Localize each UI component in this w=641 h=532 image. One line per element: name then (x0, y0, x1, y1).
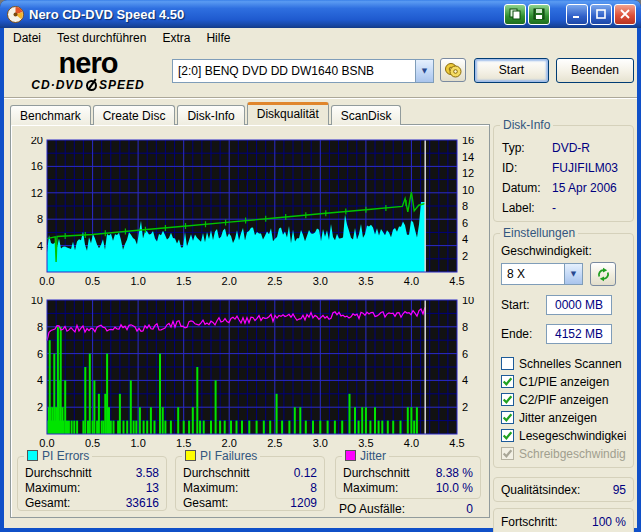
disk-info-row: Datum:15 Apr 2006 (502, 178, 625, 198)
refresh-button[interactable] (590, 262, 616, 286)
pi-errors-row: Gesamt:33616 (25, 496, 159, 510)
tab-scandisk[interactable]: ScanDisk (331, 105, 402, 125)
window-title: Nero CD-DVD Speed 4.50 (29, 7, 502, 22)
pi-errors-swatch (27, 450, 38, 461)
disk-info-title: Disk-Info (500, 118, 553, 132)
maximize-button[interactable] (590, 4, 612, 25)
right-panel: Disk-Info Typ:DVD-RID:FUJIFILM03Datum:15… (493, 125, 634, 532)
svg-text:3.5: 3.5 (358, 275, 373, 287)
svg-text:3.0: 3.0 (313, 437, 328, 449)
check-icon (502, 394, 513, 405)
tab-strip: BenchmarkCreate DiscDisk-InfoDiskqualitä… (10, 102, 403, 124)
svg-text:2: 2 (462, 401, 468, 413)
svg-text:8: 8 (462, 200, 468, 212)
check-icon (502, 448, 513, 459)
checkbox-label: Lesegeschwindigkeit a (519, 429, 626, 443)
svg-text:1.5: 1.5 (176, 437, 191, 449)
disk-info-label: Label: (502, 201, 552, 215)
pi-failures-title: PI Failures (200, 449, 257, 463)
checkbox-box[interactable] (501, 411, 514, 424)
menu-item-test-durchf-hren[interactable]: Test durchführen (57, 31, 146, 45)
svg-text:8: 8 (37, 213, 43, 225)
check-icon (502, 430, 513, 441)
svg-text:10: 10 (462, 184, 474, 196)
disc-options-button[interactable] (440, 58, 466, 82)
po-failures-value: 0 (466, 502, 473, 516)
checkbox-label: Schnelles Scannen (519, 357, 622, 371)
menu-item-datei[interactable]: Datei (13, 31, 41, 45)
maximize-icon (596, 9, 606, 19)
jitter-value: 8.38 % (436, 466, 473, 480)
pi-failures-label: Gesamt: (183, 496, 228, 510)
jitter-label: Durchschnitt (343, 466, 410, 480)
menu-item-extra[interactable]: Extra (162, 31, 190, 45)
chevron-down-icon[interactable]: ▼ (415, 60, 433, 82)
chevron-down-icon[interactable]: ▼ (564, 264, 582, 284)
svg-text:4.0: 4.0 (404, 437, 419, 449)
checkbox-box[interactable] (501, 393, 514, 406)
minimize-icon (572, 10, 582, 19)
svg-text:0.0: 0.0 (39, 275, 54, 287)
progress-label: Fortschritt: (501, 515, 558, 529)
pi-errors-title: PI Errors (42, 449, 89, 463)
svg-text:4: 4 (462, 233, 468, 245)
svg-text:1.0: 1.0 (130, 437, 145, 449)
svg-text:2.5: 2.5 (267, 437, 282, 449)
pi-failures-value: 0.12 (294, 466, 317, 480)
logo-sub-right: SPEED (99, 79, 145, 91)
save-icon (533, 8, 545, 20)
pi-failures-row: Maximum:8 (183, 481, 317, 495)
copy-button[interactable] (504, 4, 526, 25)
svg-text:3.5: 3.5 (358, 437, 373, 449)
svg-text:20: 20 (31, 137, 43, 146)
tab-diskqualit-t[interactable]: Diskqualität (247, 102, 329, 125)
settings-panel: Einstellungen Geschwindigkeit: 8 X ▼ (493, 233, 634, 468)
disk-info-panel: Disk-Info Typ:DVD-RID:FUJIFILM03Datum:15… (493, 125, 634, 222)
end-mb-label: Ende: (501, 327, 546, 341)
quality-index-value: 95 (613, 483, 626, 497)
end-mb-input[interactable]: 4152 MB (546, 324, 612, 344)
svg-text:0.5: 0.5 (85, 437, 100, 449)
window-body: DateiTest durchführenExtraHilfe nero CD·… (4, 28, 637, 528)
disk-info-value: - (552, 201, 556, 215)
checkbox-box[interactable] (501, 429, 514, 442)
checkbox-lesegeschwindigkeit-a[interactable]: Lesegeschwindigkeit a (501, 428, 626, 443)
save-button[interactable] (528, 4, 550, 25)
svg-text:2.0: 2.0 (222, 437, 237, 449)
pi-errors-value: 33616 (126, 496, 159, 510)
speed-select[interactable]: 8 X ▼ (501, 263, 583, 285)
jitter-row: Maximum:10.0 % (343, 481, 473, 495)
jitter-swatch (345, 450, 356, 461)
menu-item-hilfe[interactable]: Hilfe (206, 31, 230, 45)
checkbox-c1-pie-anzeigen[interactable]: C1/PIE anzeigen (501, 374, 626, 389)
checkbox-box[interactable] (501, 375, 514, 388)
disk-info-label: Datum: (502, 181, 552, 195)
svg-text:2.5: 2.5 (267, 275, 282, 287)
checkbox-schnelles-scannen[interactable]: Schnelles Scannen (501, 356, 626, 371)
checkbox-jitter-anzeigen[interactable]: Jitter anzeigen (501, 410, 626, 425)
tab-disk-info[interactable]: Disk-Info (177, 105, 244, 125)
drive-select[interactable]: [2:0] BENQ DVD DD DW1640 BSNB ▼ (172, 59, 434, 83)
pi-errors-label: Durchschnitt (25, 466, 92, 480)
svg-text:14: 14 (462, 151, 474, 163)
checkbox-c2-pif-anzeigen[interactable]: C2/PIF anzeigen (501, 392, 626, 407)
progress-row: Fortschritt:100 % (501, 514, 626, 530)
disk-info-value: 15 Apr 2006 (552, 181, 617, 195)
close-icon (620, 9, 630, 19)
quit-button[interactable]: Beenden (556, 58, 634, 83)
quality-index-panel: Qualitätsindex: 95 (493, 477, 634, 502)
svg-text:4: 4 (37, 240, 43, 252)
checkbox-box[interactable] (501, 357, 514, 370)
svg-text:2: 2 (462, 250, 468, 262)
disk-info-label: ID: (502, 161, 552, 175)
speed-select-value: 8 X (502, 267, 564, 281)
start-button[interactable]: Start (474, 58, 549, 83)
tab-create-disc[interactable]: Create Disc (93, 105, 176, 125)
progress-panel: Fortschritt:100 %Position:4151 MBGeschwi… (493, 508, 634, 532)
jitter-row: Durchschnitt8.38 % (343, 466, 473, 480)
start-mb-input[interactable]: 0000 MB (546, 295, 612, 315)
tab-benchmark[interactable]: Benchmark (10, 105, 91, 125)
close-button[interactable] (614, 4, 636, 25)
minimize-button[interactable] (566, 4, 588, 25)
disk-info-label: Typ: (502, 141, 552, 155)
